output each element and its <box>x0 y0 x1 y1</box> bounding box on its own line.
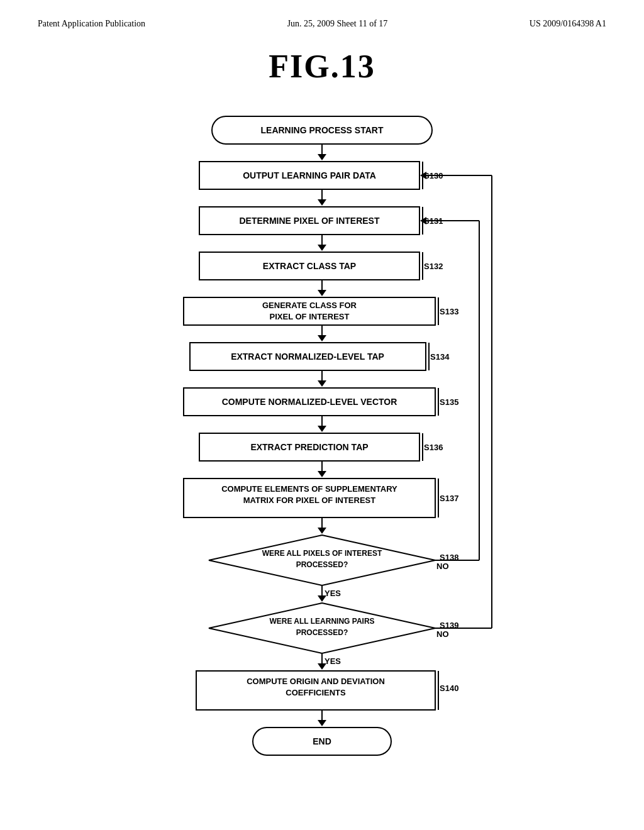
svg-marker-37 <box>318 595 326 602</box>
s134-text: EXTRACT NORMALIZED-LEVEL TAP <box>231 351 384 362</box>
s139-text-2: PROCESSED? <box>296 628 348 637</box>
flowchart-svg: text { font-family: Arial, Helvetica, sa… <box>102 110 542 789</box>
s130-text: OUTPUT LEARNING PAIR DATA <box>243 170 376 180</box>
s138-yes: YES <box>325 589 341 598</box>
s140-text-1: COMPUTE ORIGIN AND DEVIATION <box>247 677 385 686</box>
s139-no: NO <box>436 629 449 639</box>
s138-text-1: WERE ALL PIXELS OF INTEREST <box>262 549 382 558</box>
s132-label: S132 <box>424 262 443 271</box>
s133-text-2: PIXEL OF INTEREST <box>270 312 350 321</box>
s135-text: COMPUTE NORMALIZED-LEVEL VECTOR <box>222 397 397 407</box>
svg-marker-26 <box>318 426 326 432</box>
svg-marker-22 <box>318 380 326 387</box>
s140-text-2: COEFFICIENTS <box>286 688 346 697</box>
svg-marker-14 <box>318 290 326 296</box>
s137-text-2: MATRIX FOR PIXEL OF INTEREST <box>243 495 375 505</box>
s134-label: S134 <box>430 352 450 362</box>
svg-marker-44 <box>318 720 326 726</box>
header-date-sheet: Jun. 25, 2009 Sheet 11 of 17 <box>287 19 388 29</box>
s135-label: S135 <box>440 397 458 407</box>
svg-marker-18 <box>318 335 326 341</box>
svg-marker-10 <box>318 245 326 251</box>
s136-label: S136 <box>424 443 443 452</box>
s137-label: S137 <box>440 494 458 503</box>
s136-text: EXTRACT PREDICTION TAP <box>250 442 368 452</box>
start-label: LEARNING PROCESS START <box>261 125 384 135</box>
header-patent-number: US 2009/0164398 A1 <box>530 19 606 29</box>
svg-marker-30 <box>318 471 326 477</box>
s132-text: EXTRACT CLASS TAP <box>263 261 356 271</box>
s138-text-2: PROCESSED? <box>296 560 348 569</box>
s139-yes: YES <box>325 656 341 666</box>
s133-text-1: GENERATE CLASS FOR <box>262 301 357 310</box>
s139-text-1: WERE ALL LEARNING PAIRS <box>269 617 374 626</box>
s133-label: S133 <box>440 307 458 316</box>
header-publication: Patent Application Publication <box>38 19 145 29</box>
svg-marker-40 <box>318 663 326 670</box>
s138-no: NO <box>436 562 449 571</box>
page-header: Patent Application Publication Jun. 25, … <box>38 19 606 29</box>
svg-marker-2 <box>318 154 326 160</box>
page: Patent Application Publication Jun. 25, … <box>0 0 644 830</box>
figure-title: FIG.13 <box>38 48 606 85</box>
s140-label: S140 <box>440 683 458 693</box>
s137-text-1: COMPUTE ELEMENTS OF SUPPLEMENTARY <box>221 484 397 494</box>
svg-marker-34 <box>318 528 326 534</box>
s131-text: DETERMINE PIXEL OF INTEREST <box>240 216 380 226</box>
end-label: END <box>313 736 331 746</box>
svg-marker-6 <box>318 199 326 206</box>
